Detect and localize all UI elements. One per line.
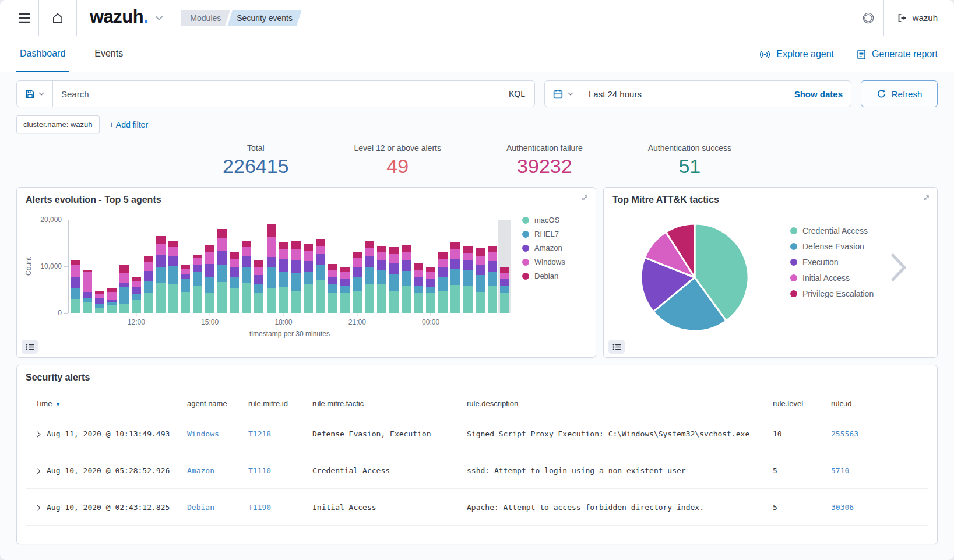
tab-events[interactable]: Events bbox=[91, 36, 126, 72]
expand-panel-button[interactable] bbox=[922, 193, 931, 205]
bar-slot[interactable] bbox=[351, 220, 363, 313]
search-input[interactable] bbox=[53, 89, 499, 100]
rule-id-link[interactable]: 30306 bbox=[831, 503, 854, 512]
agent-link[interactable]: Windows bbox=[187, 429, 219, 438]
column-header-rule-description[interactable]: rule.description bbox=[461, 392, 767, 415]
date-quick-select[interactable] bbox=[545, 81, 582, 107]
tab-dashboard[interactable]: Dashboard bbox=[16, 36, 69, 72]
generate-report-button[interactable]: Generate report bbox=[856, 49, 938, 60]
column-header-rule-mitre-id[interactable]: rule.mitre.id bbox=[242, 392, 307, 415]
inspect-button[interactable] bbox=[22, 340, 38, 354]
saved-queries-button[interactable] bbox=[17, 81, 53, 107]
bar-slot[interactable] bbox=[265, 220, 277, 313]
bar-slot[interactable] bbox=[498, 220, 511, 313]
legend-item-rhel7[interactable]: RHEL7 bbox=[522, 230, 565, 238]
bar-slot[interactable] bbox=[192, 220, 204, 313]
legend-item-credential-access[interactable]: Credential Access bbox=[790, 226, 874, 235]
bar-slot[interactable] bbox=[154, 220, 167, 313]
app-switcher-caret[interactable] bbox=[154, 13, 164, 26]
column-header-rule-level[interactable]: rule.level bbox=[767, 392, 825, 415]
next-visualization-button[interactable] bbox=[888, 251, 909, 287]
home-button[interactable] bbox=[39, 0, 76, 36]
expand-panel-button[interactable] bbox=[580, 193, 589, 205]
bar-slot[interactable] bbox=[179, 220, 192, 313]
bar-slot[interactable] bbox=[486, 220, 498, 313]
cell-agent-name: Amazon bbox=[181, 452, 242, 489]
bar-segment-debian bbox=[316, 239, 325, 246]
inspect-button[interactable] bbox=[608, 340, 625, 354]
column-header-agent-name[interactable]: agent.name bbox=[181, 392, 242, 415]
bar-segment-macos bbox=[438, 291, 448, 313]
pie-chart[interactable] bbox=[636, 219, 753, 336]
bar-slot[interactable] bbox=[142, 220, 154, 313]
rule-id-link[interactable]: 5710 bbox=[831, 466, 849, 475]
legend-item-amazon[interactable]: Amazon bbox=[522, 244, 565, 252]
column-header-rule-id[interactable]: rule.id bbox=[825, 392, 928, 415]
bar-slot[interactable] bbox=[437, 220, 449, 313]
bar-slot[interactable] bbox=[130, 220, 142, 313]
bar-slot[interactable] bbox=[290, 220, 302, 313]
bar-slot[interactable] bbox=[413, 220, 425, 313]
bar-slot[interactable] bbox=[118, 220, 130, 313]
agent-link[interactable]: Amazon bbox=[187, 466, 214, 475]
bar-slot[interactable] bbox=[326, 220, 339, 313]
column-header-rule-mitre-tactic[interactable]: rule.mitre.tactic bbox=[307, 392, 461, 415]
legend-item-macos[interactable]: macOS bbox=[522, 216, 565, 224]
expand-row-icon[interactable] bbox=[35, 431, 41, 437]
mitre-id-link[interactable]: T1218 bbox=[248, 429, 271, 438]
legend-item-debian[interactable]: Debian bbox=[522, 272, 565, 280]
legend-item-windows[interactable]: Windows bbox=[522, 258, 565, 266]
time-range-value[interactable]: Last 24 hours bbox=[582, 89, 794, 99]
bar-slot[interactable] bbox=[69, 220, 81, 313]
refresh-button[interactable]: Refresh bbox=[861, 80, 938, 107]
column-header-time[interactable]: Time▼ bbox=[26, 392, 181, 415]
legend-item-privilege-escalation[interactable]: Privilege Escalation bbox=[790, 289, 874, 298]
legend-item-defense-evasion[interactable]: Defense Evasion bbox=[790, 242, 874, 251]
bar-slot[interactable] bbox=[302, 220, 314, 313]
rule-id-link[interactable]: 255563 bbox=[831, 429, 858, 438]
legend-dot bbox=[522, 231, 529, 238]
bar-slot[interactable] bbox=[376, 220, 388, 313]
bar-segment-debian bbox=[353, 252, 362, 258]
legend-item-initial-access[interactable]: Initial Access bbox=[790, 273, 874, 283]
expand-row-icon[interactable] bbox=[35, 468, 41, 474]
bar-segment-debian bbox=[119, 265, 129, 273]
bar-slot[interactable] bbox=[81, 220, 93, 313]
bar-slot[interactable] bbox=[449, 220, 462, 313]
user-menu[interactable]: wazuh bbox=[884, 13, 944, 23]
bar-slot[interactable] bbox=[105, 220, 118, 313]
bar-slot[interactable] bbox=[241, 220, 253, 313]
legend-item-execution[interactable]: Execution bbox=[790, 258, 874, 267]
add-filter-button[interactable]: + Add filter bbox=[110, 120, 149, 129]
bar-slot[interactable] bbox=[253, 220, 265, 313]
bar-slot[interactable] bbox=[277, 220, 290, 313]
bar-slot[interactable] bbox=[314, 220, 326, 313]
bar-slot[interactable] bbox=[228, 220, 241, 313]
bar-slot[interactable] bbox=[93, 220, 105, 313]
stacked-bar bbox=[181, 265, 190, 313]
bar-slot[interactable] bbox=[474, 220, 486, 313]
filter-pill-cluster-name[interactable]: cluster.name: wazuh bbox=[16, 115, 100, 133]
menu-button[interactable] bbox=[10, 0, 38, 36]
bar-slot[interactable] bbox=[400, 220, 413, 313]
explore-agent-button[interactable]: Explore agent bbox=[759, 49, 834, 60]
mitre-id-link[interactable]: T1110 bbox=[248, 466, 271, 475]
wazuh-logo[interactable]: wazuh. bbox=[77, 6, 153, 30]
bar-slot[interactable] bbox=[364, 220, 376, 313]
bar-slot[interactable] bbox=[462, 220, 474, 313]
health-check-button[interactable] bbox=[853, 0, 883, 36]
agent-link[interactable]: Debian bbox=[187, 503, 214, 512]
bar-segment-windows bbox=[414, 270, 423, 277]
bar-slot[interactable] bbox=[339, 220, 351, 313]
breadcrumb-modules[interactable]: Modules bbox=[181, 10, 230, 26]
bar-slot[interactable] bbox=[388, 220, 400, 313]
bar-slot[interactable] bbox=[216, 220, 228, 313]
bar-slot[interactable] bbox=[167, 220, 179, 313]
mitre-id-link[interactable]: T1190 bbox=[248, 503, 271, 512]
bar-slot[interactable] bbox=[425, 220, 437, 313]
bar-slot[interactable] bbox=[204, 220, 216, 313]
show-dates-button[interactable]: Show dates bbox=[794, 89, 843, 99]
expand-row-icon[interactable] bbox=[35, 505, 41, 510]
query-language-button[interactable]: KQL bbox=[499, 89, 534, 98]
bar-segment-debian bbox=[144, 256, 153, 262]
